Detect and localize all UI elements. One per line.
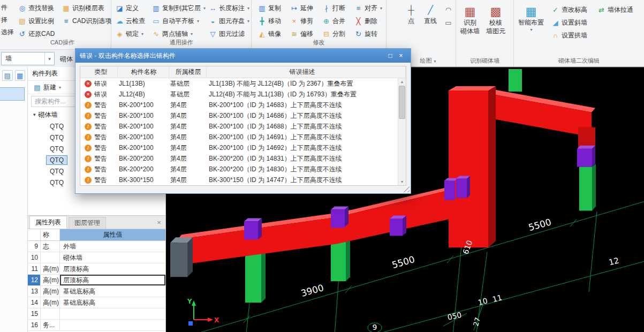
ribbon-button[interactable]: ▤ 设置比例: [16, 14, 57, 27]
rail-view-button[interactable]: ▤: [2, 70, 13, 81]
ribbon-button[interactable]: ✓ 查改标高: [549, 3, 589, 16]
error-table-row[interactable]: × 错误 JL12(4B) 基础层 JL12(4B) 不能与 JL1(13B)（…: [80, 89, 406, 100]
ribbon-button[interactable]: ∤ 打断: [320, 2, 347, 14]
column-header-floor[interactable]: 所属楼层: [169, 66, 207, 78]
ribbon-button[interactable]: ▦ 识别楼层表: [60, 2, 113, 14]
error-table-row[interactable]: ! 警告 BK-200*100 第4层 BK-200*100（ID 为 1468…: [80, 121, 406, 132]
scrollbar-thumb[interactable]: [399, 86, 405, 119]
shape-tool-button[interactable]: ◠: [443, 5, 453, 14]
error-table-row[interactable]: × 错误 JL1(13B) 基础层 JL1(13B) 不能与 JL12(4B)（…: [80, 78, 406, 89]
tree-expand-icon[interactable]: ▾: [33, 112, 36, 117]
purple-box-5[interactable]: [456, 176, 470, 198]
recognize-button[interactable]: ▩ 校核 墙图元: [483, 1, 509, 52]
green-column-far[interactable]: [509, 69, 522, 92]
z-axis-cube: [188, 321, 193, 326]
property-tab[interactable]: 属性列表: [29, 216, 67, 229]
purple-box-3[interactable]: [390, 215, 406, 236]
draw-tool-button[interactable]: ╱ 直线: [421, 0, 440, 26]
close-icon[interactable]: ×: [396, 51, 406, 61]
scroll-up-icon[interactable]: ▲: [398, 78, 406, 85]
column-header-name[interactable]: 构件名称: [118, 66, 169, 78]
red-beam-upper[interactable]: [481, 88, 595, 137]
property-row[interactable]: 10 砌体墙: [28, 252, 165, 263]
rail-view-button[interactable]: ▦: [15, 70, 26, 81]
resize-grip[interactable]: [403, 186, 410, 192]
property-row[interactable]: 15: [28, 308, 165, 320]
point-tool-icon: ┼: [407, 5, 415, 15]
error-dialog: 错误 - 双击构件名称选择出错构件 □ × 类型 构件名称 所属楼层 错误描述 …: [75, 48, 411, 194]
ribbon-button[interactable]: ⊕ 合并: [320, 14, 347, 27]
purple-box-2[interactable]: [331, 206, 348, 228]
ribbon-button[interactable]: ∩ 设置拱墙: [549, 29, 589, 42]
ribbon-button[interactable]: ☁ 云检查: [113, 14, 147, 27]
column-header-type[interactable]: 类型: [80, 66, 118, 78]
draw-tool-button[interactable]: ┼ 点: [401, 0, 421, 26]
ribbon-button[interactable]: ╋ 移动: [256, 14, 283, 27]
property-tab[interactable]: 图层管理: [69, 217, 106, 229]
ribbon-button[interactable]: ▥ 复制到其它层 ▾: [150, 2, 208, 14]
property-row[interactable]: 12 高(m) 层顶标高: [28, 275, 165, 286]
recognize-button[interactable]: ▦ 识别 砌体墙: [457, 1, 483, 52]
maximize-icon[interactable]: □: [385, 51, 396, 61]
partial-label-2: 择: [0, 12, 14, 25]
error-table-row[interactable]: ! 警告 BK-200*100 第4层 BK-200*100（ID 为 1468…: [80, 100, 406, 110]
rect-tool-icon: ▭: [444, 19, 452, 27]
row-number-header: [28, 229, 41, 240]
ribbon-button[interactable]: × 修剪: [288, 14, 315, 27]
ribbon-button[interactable]: ◢ 设置斜墙: [549, 16, 589, 29]
error-table-row[interactable]: ! 警告 BK-200*100 第4层 BK-200*100（ID 为 1469…: [80, 132, 406, 142]
ribbon-button[interactable]: ╳ 删除: [352, 14, 384, 27]
ribbon-button[interactable]: ◎ 查找替换: [16, 2, 57, 14]
purple-box-1[interactable]: [244, 218, 262, 239]
row-type-icon: !: [85, 166, 92, 173]
ribbon-button[interactable]: ◒ 图元存盘 ▾: [207, 14, 252, 27]
ribbon-button[interactable]: ▥ 复制: [256, 2, 283, 14]
element-type-select[interactable]: 墙 ▾: [1, 52, 55, 65]
rail-highlight[interactable]: [0, 87, 25, 101]
gray-block[interactable]: [170, 237, 193, 277]
restore-cad-icon: ↺: [18, 30, 26, 38]
combo-arrow-icon[interactable]: ▾: [44, 52, 54, 65]
error-table-row[interactable]: ! 警告 BK-200*200 第4层 BK-200*200（ID 为 1483…: [80, 153, 406, 164]
error-table-row[interactable]: ! 警告 BK-200*100 第4层 BK-200*100（ID 为 1469…: [80, 142, 406, 153]
row-type-icon: !: [85, 134, 92, 141]
shape-tool-button[interactable]: ▭: [443, 18, 453, 27]
row-type-icon: ×: [85, 80, 92, 87]
dim-label: 3900: [300, 282, 325, 299]
dialog-titlebar[interactable]: 错误 - 双击构件名称选择出错构件 □ ×: [75, 49, 411, 63]
scrollbar[interactable]: ▲ ▼: [398, 78, 406, 185]
row-type-icon: !: [85, 123, 92, 130]
smart-layout-button[interactable]: ▦ 智能布置 ▾: [516, 1, 546, 32]
error-table-row[interactable]: ! 警告 BK-200*100 第4层 BK-200*100（ID 为 1468…: [80, 110, 406, 121]
ribbon-button[interactable]: ⇄ 墙体拉通: [595, 3, 635, 16]
error-table-row[interactable]: ! 警告 BK-200*200 第4层 BK-200*200（ID 为 1483…: [80, 164, 406, 175]
element-type-value: 墙: [2, 54, 44, 63]
red-column-tall[interactable]: [449, 86, 496, 247]
line-tool-icon: ╱: [427, 5, 435, 15]
ribbon-button[interactable]: ≡ 对齐 ▾: [352, 2, 384, 14]
green-column-right[interactable]: [579, 164, 596, 211]
ribbon-button[interactable]: ▭ 自动平齐板 ▾: [150, 14, 208, 27]
property-row[interactable]: 14 高(m) 基础底标高: [28, 297, 165, 308]
element-tab-masonry[interactable]: 砌体: [60, 55, 73, 64]
identify-floor-table-icon: ▦: [62, 4, 70, 12]
close-icon[interactable]: ×: [155, 218, 163, 227]
property-row[interactable]: 13 高(m) 基础底标高: [28, 286, 165, 297]
ribbon-button[interactable]: ↦ 延伸: [288, 2, 315, 14]
scroll-down-icon[interactable]: ▼: [398, 178, 406, 185]
column-header-desc[interactable]: 错误描述: [207, 66, 406, 78]
property-row[interactable]: 11 高(m) 层顶标高: [28, 263, 165, 275]
property-row[interactable]: 9 志 外墙: [28, 241, 165, 252]
new-component-button[interactable]: ▤ 新建 ▾: [31, 81, 63, 94]
property-row[interactable]: 16 务...: [28, 320, 165, 331]
ribbon-group-label: CAD操作: [14, 39, 111, 47]
dropdown-arrow-icon: ▾: [530, 27, 532, 32]
ribbon-button[interactable]: ◪ 定义: [113, 2, 147, 14]
lock-icon: ◈: [116, 30, 124, 38]
red-beam-main[interactable]: [178, 186, 452, 266]
ribbon-button[interactable]: ↔ 长度标注 ▾: [207, 2, 252, 14]
error-table-row[interactable]: ! 警告 BK-300*150 第4层 BK-300*150（ID 为 1474…: [80, 175, 406, 185]
purple-box-right[interactable]: [577, 146, 595, 167]
element-filter-icon: ▽: [209, 30, 217, 38]
ribbon-button[interactable]: ≡ CAD识别选项: [60, 14, 113, 27]
